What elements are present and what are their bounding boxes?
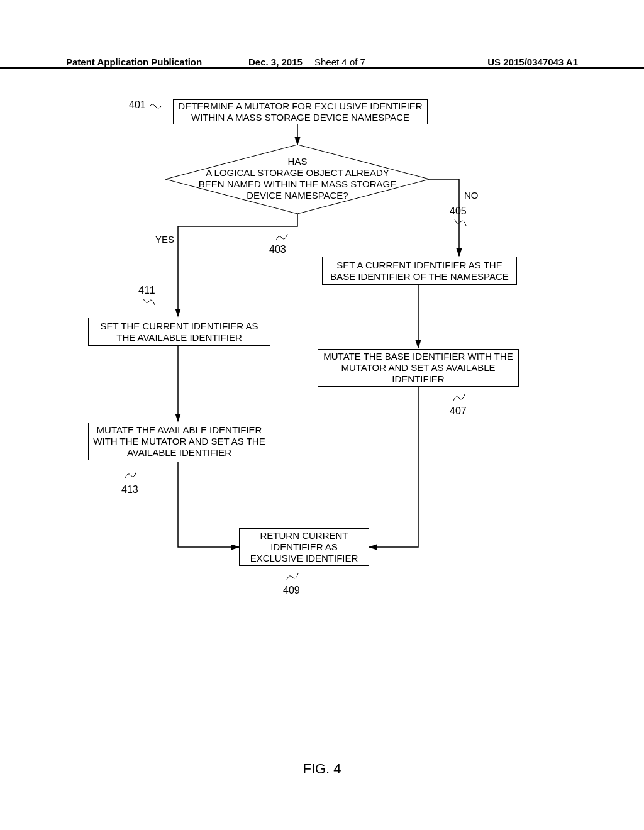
header-pub: US 2015/0347043 A1 xyxy=(487,57,578,67)
leader-icon xyxy=(125,470,137,479)
ref-403: 403 xyxy=(269,244,286,255)
flowchart-canvas: DETERMINE A MUTATOR FOR EXCLUSIVE IDENTI… xyxy=(0,82,644,711)
leader-icon xyxy=(286,572,299,581)
leader-icon xyxy=(275,233,288,241)
header-sheet: Sheet 4 of 7 xyxy=(314,57,365,67)
header-title: Patent Application Publication xyxy=(66,57,202,67)
leader-icon xyxy=(453,393,465,402)
box-mutate-available: MUTATE THE AVAILABLE IDENTIFIER WITH THE… xyxy=(88,423,270,460)
leader-icon xyxy=(149,102,162,111)
ref-411: 411 xyxy=(138,285,155,296)
page-header: Patent Application Publication Dec. 3, 2… xyxy=(0,53,644,69)
ref-401: 401 xyxy=(129,99,146,111)
box-text: MUTATE THE AVAILABLE IDENTIFIER WITH THE… xyxy=(92,424,266,458)
box-mutate-base: MUTATE THE BASE IDENTIFIER WITH THE MUTA… xyxy=(318,349,519,387)
decision-namespace: HAS A LOGICAL STORAGE OBJECT ALREADY BEE… xyxy=(165,145,430,214)
figure-label: FIG. 4 xyxy=(0,761,644,777)
leader-icon xyxy=(454,218,467,227)
box-text: RETURN CURRENT IDENTIFIER AS EXCLUSIVE I… xyxy=(243,530,365,564)
box-set-base-identifier: SET A CURRENT IDENTIFIER AS THE BASE IDE… xyxy=(322,257,517,285)
leader-icon xyxy=(143,297,155,306)
ref-407: 407 xyxy=(450,406,467,417)
decision-text: HAS A LOGICAL STORAGE OBJECT ALREADY BEE… xyxy=(165,156,430,201)
box-return-identifier: RETURN CURRENT IDENTIFIER AS EXCLUSIVE I… xyxy=(239,528,369,566)
box-text: SET A CURRENT IDENTIFIER AS THE BASE IDE… xyxy=(326,260,513,282)
ref-413: 413 xyxy=(121,484,138,495)
ref-409: 409 xyxy=(283,585,300,596)
box-text: DETERMINE A MUTATOR FOR EXCLUSIVE IDENTI… xyxy=(177,101,423,123)
label-yes: YES xyxy=(155,234,174,245)
label-no: NO xyxy=(464,190,479,201)
box-text: MUTATE THE BASE IDENTIFIER WITH THE MUTA… xyxy=(322,351,514,385)
ref-405: 405 xyxy=(450,206,467,217)
box-text: SET THE CURRENT IDENTIFIER AS THE AVAILA… xyxy=(92,321,266,343)
header-date: Dec. 3, 2015 xyxy=(248,57,303,67)
box-determine-mutator: DETERMINE A MUTATOR FOR EXCLUSIVE IDENTI… xyxy=(173,99,428,124)
box-set-current-available: SET THE CURRENT IDENTIFIER AS THE AVAILA… xyxy=(88,318,270,346)
